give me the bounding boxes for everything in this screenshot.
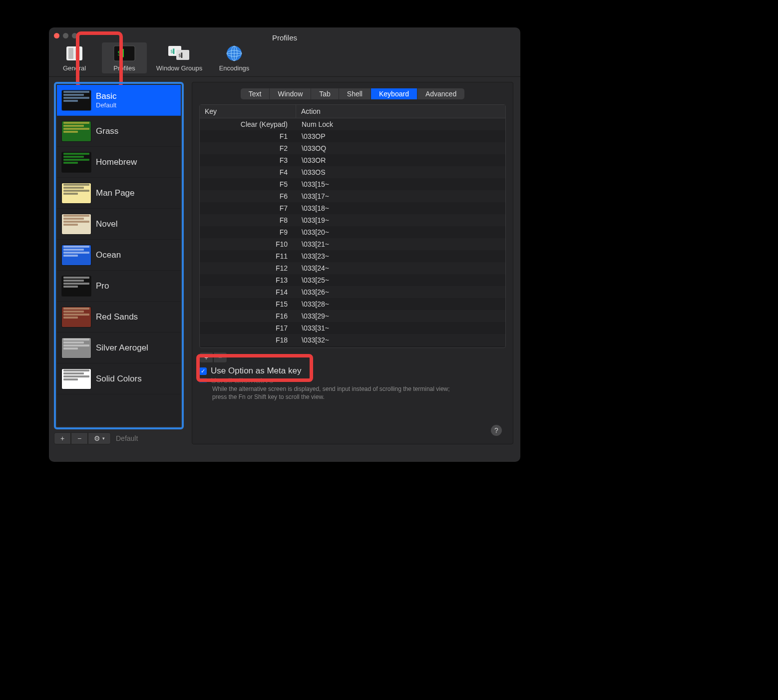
cell-key: F6 [200, 192, 296, 200]
remove-keybinding-button[interactable]: − [213, 352, 227, 363]
profile-item[interactable]: BasicDefault [57, 85, 181, 116]
profile-thumbnail [62, 245, 91, 265]
profile-item[interactable]: Pro [57, 271, 181, 302]
table-row[interactable]: F7\033[18~ [200, 202, 505, 214]
gear-icon: ⚙︎ [94, 434, 100, 442]
cell-key: F12 [200, 264, 296, 272]
help-text: While the alternative screen is displaye… [212, 385, 452, 401]
cell-action: \033OS [296, 168, 505, 176]
add-profile-button[interactable]: + [54, 432, 71, 444]
cell-key: Clear (Keypad) [200, 120, 296, 128]
table-row[interactable]: F14\033[26~ [200, 286, 505, 298]
tab-window[interactable]: Window [270, 88, 311, 99]
tab-keyboard[interactable]: Keyboard [371, 88, 417, 99]
profile-item[interactable]: Red Sands [57, 302, 181, 333]
toolbar-item-profiles[interactable]: $▌ Profiles [102, 42, 147, 73]
cell-key: F17 [200, 324, 296, 332]
table-row[interactable]: F15\033[28~ [200, 298, 505, 310]
profile-name: Novel [96, 219, 117, 229]
help-button[interactable]: ? [491, 425, 502, 436]
cell-key: F14 [200, 288, 296, 296]
toolbar-item-window-groups[interactable]: $▌$▌ Window Groups [152, 42, 207, 73]
column-header-key[interactable]: Key [200, 105, 296, 118]
table-row[interactable]: F12\033[24~ [200, 262, 505, 274]
cell-action: \033[28~ [296, 300, 505, 308]
profile-name: Homebrew [96, 157, 137, 167]
cell-key: F16 [200, 312, 296, 320]
toolbar-item-encodings[interactable]: Encodings [212, 42, 257, 73]
terminal-icon: $▌ [112, 44, 136, 62]
table-row[interactable]: F10\033[21~ [200, 238, 505, 250]
table-row[interactable]: F6\033[17~ [200, 190, 505, 202]
profile-name: Ocean [96, 250, 121, 260]
table-row[interactable]: F13\033[25~ [200, 274, 505, 286]
svg-text:$▌: $▌ [178, 52, 184, 58]
profile-item[interactable]: Solid Colors [57, 363, 181, 394]
profile-thumbnail [62, 276, 91, 296]
profile-item[interactable]: Ocean [57, 240, 181, 271]
table-row[interactable]: F11\033[23~ [200, 250, 505, 262]
table-header: Key Action [200, 105, 505, 118]
window-title: Profiles [49, 33, 520, 42]
profile-item[interactable]: Homebrew [57, 147, 181, 178]
tab-advanced[interactable]: Advanced [417, 88, 464, 99]
cell-key: F18 [200, 336, 296, 344]
table-row[interactable]: Clear (Keypad)Num Lock [200, 118, 505, 130]
svg-rect-2 [75, 48, 80, 59]
cell-action: \033OR [296, 156, 505, 164]
sidebar: BasicDefaultGrassHomebrewMan PageNovelOc… [54, 82, 184, 444]
table-row[interactable]: F2\033OQ [200, 142, 505, 154]
cell-key: F13 [200, 276, 296, 284]
table-row[interactable]: F9\033[20~ [200, 226, 505, 238]
table-row[interactable]: F4\033OS [200, 166, 505, 178]
profile-list[interactable]: BasicDefaultGrassHomebrewMan PageNovelOc… [57, 85, 181, 426]
remove-profile-button[interactable]: − [71, 432, 88, 444]
table-row[interactable]: F8\033[19~ [200, 214, 505, 226]
cell-action: \033[17~ [296, 192, 505, 200]
add-keybinding-button[interactable]: + [199, 352, 213, 363]
cell-action: \033OQ [296, 144, 505, 152]
profile-name: Pro [96, 281, 109, 291]
column-header-action[interactable]: Action [296, 105, 505, 118]
tab-tab[interactable]: Tab [311, 88, 339, 99]
tab-text[interactable]: Text [241, 88, 270, 99]
profile-item[interactable]: Novel [57, 209, 181, 240]
option-meta-label: Use Option as Meta key [211, 366, 301, 376]
cell-key: F8 [200, 216, 296, 224]
scroll-alt-row[interactable]: ✓ Scroll alternative [199, 378, 506, 383]
toolbar-item-general[interactable]: General [52, 42, 97, 73]
profile-thumbnail [62, 152, 91, 172]
profile-item[interactable]: Grass [57, 116, 181, 147]
set-default-button[interactable]: Default [116, 434, 138, 442]
cell-key: F3 [200, 156, 296, 164]
profile-thumbnail [62, 338, 91, 358]
profile-name: Man Page [96, 188, 135, 198]
svg-rect-1 [68, 48, 73, 59]
profile-thumbnail [62, 369, 91, 389]
content-area: BasicDefaultGrassHomebrewMan PageNovelOc… [49, 77, 520, 449]
cell-action: \033[26~ [296, 288, 505, 296]
cell-key: F9 [200, 228, 296, 236]
key-bindings-table: Key Action Clear (Keypad)Num LockF1\033O… [199, 104, 506, 348]
table-row[interactable]: F17\033[31~ [200, 322, 505, 334]
profile-name: Red Sands [96, 312, 138, 322]
cell-action: \033[25~ [296, 276, 505, 284]
profile-item[interactable]: Silver Aerogel [57, 333, 181, 363]
titlebar: Profiles [49, 27, 520, 38]
option-meta-row[interactable]: ✓ Use Option as Meta key [199, 366, 506, 376]
profile-item[interactable]: Man Page [57, 178, 181, 209]
table-row[interactable]: F1\033OP [200, 130, 505, 142]
option-meta-checkbox[interactable]: ✓ [199, 367, 207, 375]
table-row[interactable]: F3\033OR [200, 154, 505, 166]
tab-shell[interactable]: Shell [339, 88, 371, 99]
table-row[interactable]: F16\033[29~ [200, 310, 505, 322]
profile-actions-menu[interactable]: ⚙︎ ▾ [88, 432, 111, 444]
toolbar-label: Window Groups [156, 64, 202, 72]
table-body[interactable]: Clear (Keypad)Num LockF1\033OPF2\033OQF3… [200, 118, 505, 348]
sidebar-footer: + − ⚙︎ ▾ Default [54, 432, 184, 444]
table-row[interactable]: F5\033[15~ [200, 178, 505, 190]
scroll-alt-checkbox[interactable]: ✓ [199, 378, 207, 383]
table-row[interactable]: F18\033[32~ [200, 334, 505, 346]
toolbar-label: Profiles [113, 64, 135, 72]
main-pane: TextWindowTabShellKeyboardAdvanced Key A… [192, 82, 513, 444]
